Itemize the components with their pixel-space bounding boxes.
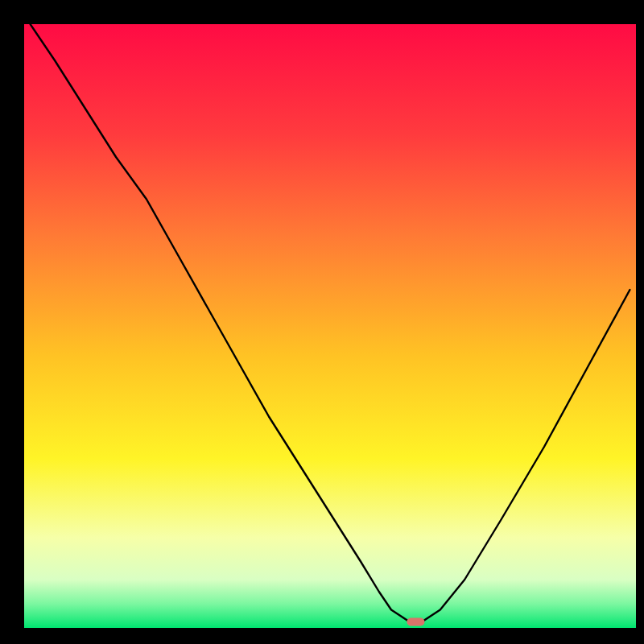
bottleneck-plot bbox=[0, 0, 644, 644]
chart-frame: TheBottleneck.com bbox=[0, 0, 644, 644]
border-right bbox=[636, 0, 644, 644]
border-bottom bbox=[0, 628, 644, 644]
border-left bbox=[0, 0, 24, 644]
border-top bbox=[0, 0, 644, 24]
optimal-marker bbox=[407, 618, 424, 626]
gradient-background bbox=[24, 24, 636, 628]
